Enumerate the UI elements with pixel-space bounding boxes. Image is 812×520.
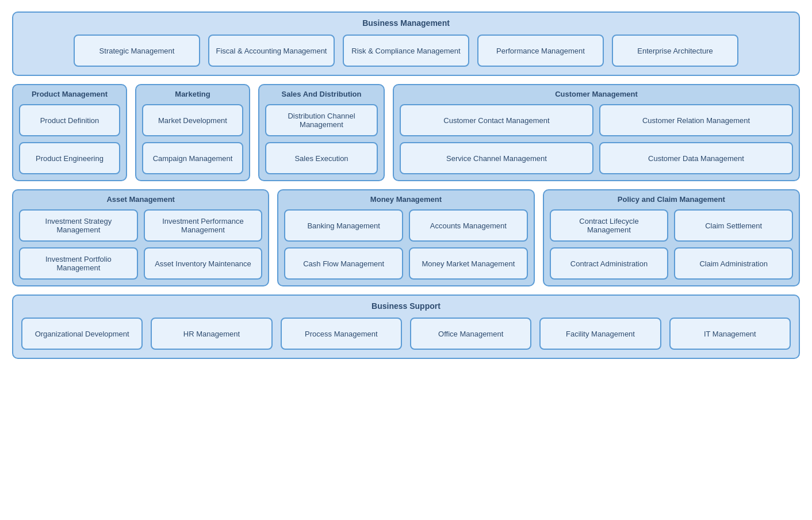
product-management-section: Product Management Product Definition Pr… (12, 84, 127, 181)
business-management-section: Business Management Strategic Management… (12, 12, 800, 76)
money-management-title: Money Management (284, 195, 527, 204)
service-channel-management[interactable]: Service Channel Management (400, 142, 593, 174)
money-management-items: Banking Management Accounts Management C… (284, 209, 527, 280)
accounts-management[interactable]: Accounts Management (409, 209, 528, 242)
money-management-section: Money Management Banking Management Acco… (277, 189, 534, 286)
investment-strategy-management[interactable]: Investment Strategy Management (19, 209, 138, 242)
product-management-title: Product Management (19, 90, 120, 98)
customer-contact-management[interactable]: Customer Contact Management (400, 104, 593, 136)
business-support-section: Business Support Organizational Developm… (12, 295, 800, 359)
investment-portfolio-management[interactable]: Investment Portfolio Management (19, 247, 138, 280)
business-management-title: Business Management (21, 18, 791, 28)
business-management-items: Strategic Management Fiscal & Accounting… (21, 35, 791, 67)
policy-claim-management-section: Policy and Claim Management Contract Lif… (543, 189, 800, 286)
campaign-management[interactable]: Campaign Management (142, 142, 243, 174)
asset-inventory-maintenance[interactable]: Asset Inventory Maintenance (144, 247, 263, 280)
product-definition[interactable]: Product Definition (19, 104, 120, 136)
distribution-channel-management[interactable]: Distribution Channel Management (265, 104, 378, 136)
contract-administration[interactable]: Contract Administration (550, 247, 669, 280)
money-market-management[interactable]: Money Market Management (409, 247, 528, 280)
product-engineering[interactable]: Product Engineering (19, 142, 120, 174)
organizational-development[interactable]: Organizational Development (21, 318, 143, 350)
office-management[interactable]: Office Management (410, 318, 531, 350)
it-management[interactable]: IT Management (669, 318, 791, 350)
marketing-items: Market Development Campaign Management (142, 104, 243, 174)
asset-management-section: Asset Management Investment Strategy Man… (12, 189, 269, 286)
risk-compliance-management[interactable]: Risk & Compliance Management (343, 35, 469, 67)
product-management-items: Product Definition Product Engineering (19, 104, 120, 174)
customer-relation-management[interactable]: Customer Relation Management (599, 104, 793, 136)
contract-lifecycle-management[interactable]: Contract Lifecycle Management (550, 209, 669, 242)
banking-management[interactable]: Banking Management (284, 209, 403, 242)
claim-administration[interactable]: Claim Administration (674, 247, 793, 280)
investment-performance-management[interactable]: Investment Performance Management (144, 209, 263, 242)
market-development[interactable]: Market Development (142, 104, 243, 136)
facility-management[interactable]: Facility Management (539, 318, 661, 350)
page-wrapper: Business Management Strategic Management… (12, 12, 800, 359)
policy-claim-management-title: Policy and Claim Management (550, 195, 793, 204)
fiscal-accounting-management[interactable]: Fiscal & Accounting Management (208, 35, 335, 67)
marketing-section: Marketing Market Development Campaign Ma… (135, 84, 250, 181)
sales-distribution-section: Sales And Distribution Distribution Chan… (258, 84, 385, 181)
asset-management-items: Investment Strategy Management Investmen… (19, 209, 262, 280)
asset-management-title: Asset Management (19, 195, 262, 204)
sales-execution[interactable]: Sales Execution (265, 142, 378, 174)
sales-distribution-title: Sales And Distribution (265, 90, 378, 98)
policy-claim-management-items: Contract Lifecycle Management Claim Sett… (550, 209, 793, 280)
hr-management[interactable]: HR Management (151, 318, 272, 350)
claim-settlement[interactable]: Claim Settlement (674, 209, 793, 242)
performance-management[interactable]: Performance Management (477, 35, 604, 67)
customer-management-items: Customer Contact Management Customer Rel… (400, 104, 793, 174)
business-support-items: Organizational Development HR Management… (21, 318, 791, 350)
customer-data-management[interactable]: Customer Data Management (599, 142, 793, 174)
customer-management-title: Customer Management (400, 90, 793, 98)
marketing-title: Marketing (142, 90, 243, 98)
business-support-title: Business Support (21, 301, 791, 311)
process-management[interactable]: Process Management (281, 318, 402, 350)
strategic-management[interactable]: Strategic Management (74, 35, 200, 67)
row2: Product Management Product Definition Pr… (12, 84, 800, 181)
cash-flow-management[interactable]: Cash Flow Management (284, 247, 403, 280)
customer-management-section: Customer Management Customer Contact Man… (393, 84, 800, 181)
row3: Asset Management Investment Strategy Man… (12, 189, 800, 286)
enterprise-architecture[interactable]: Enterprise Architecture (612, 35, 738, 67)
sales-distribution-items: Distribution Channel Management Sales Ex… (265, 104, 378, 174)
